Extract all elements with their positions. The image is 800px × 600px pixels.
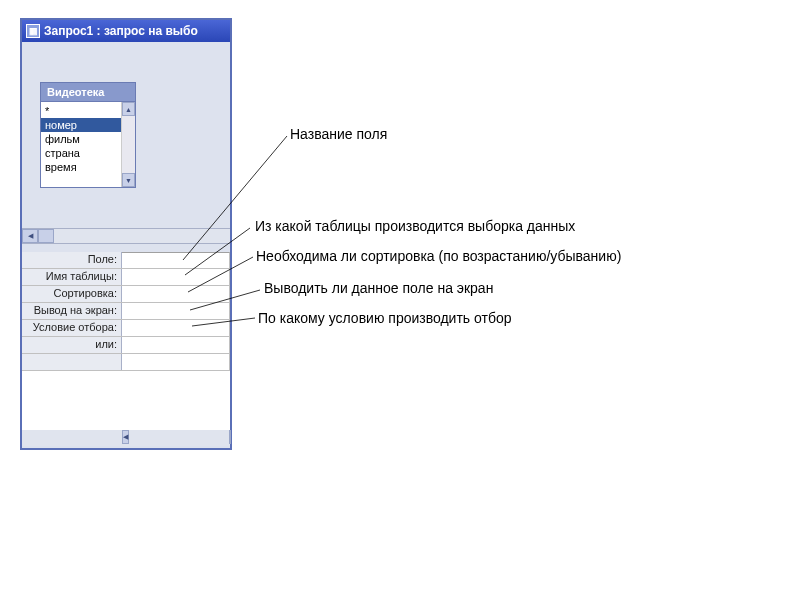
row-label: Вывод на экран: (22, 303, 122, 319)
table-header[interactable]: Видеотека (40, 82, 136, 102)
titlebar[interactable]: ▦ Запрос1 : запрос на выбо (22, 20, 230, 42)
scroll-left-icon[interactable]: ◀ (22, 229, 38, 243)
row-label: Имя таблицы: (22, 269, 122, 285)
grid-row-field: Поле: (22, 252, 230, 269)
scroll-thumb[interactable] (229, 430, 231, 444)
row-label: Поле: (22, 252, 122, 268)
grid-cell[interactable] (122, 320, 230, 336)
grid-cell[interactable] (122, 354, 230, 370)
query-grid: Поле: Имя таблицы: Сортировка: Вывод на … (22, 252, 230, 430)
table-box[interactable]: Видеотека * номер фильм страна время ▲ ▼ (40, 82, 136, 188)
grid-cell[interactable] (122, 286, 230, 302)
row-label (22, 354, 122, 370)
scroll-thumb[interactable] (38, 229, 54, 243)
row-label: Условие отбора: (22, 320, 122, 336)
pane-splitter-scrollbar[interactable]: ◀ (22, 228, 230, 244)
grid-cell[interactable] (122, 337, 230, 353)
annotation-criteria: По какому условию производить отбор (258, 310, 512, 326)
grid-row-blank (22, 354, 230, 371)
row-label: или: (22, 337, 122, 353)
grid-row-table: Имя таблицы: (22, 269, 230, 286)
app-icon: ▦ (26, 24, 40, 38)
scroll-down-icon[interactable]: ▼ (122, 173, 135, 187)
grid-row-criteria: Условие отбора: (22, 320, 230, 337)
scroll-up-icon[interactable]: ▲ (122, 102, 135, 116)
grid-cell[interactable] (122, 252, 230, 268)
query-designer-window: ▦ Запрос1 : запрос на выбо Видеотека * н… (20, 18, 232, 450)
grid-row-show: Вывод на экран: (22, 303, 230, 320)
annotation-field-name: Название поля (290, 126, 387, 142)
row-label: Сортировка: (22, 286, 122, 302)
grid-cell[interactable] (122, 303, 230, 319)
bottom-scrollbar[interactable]: ◀ (22, 430, 230, 446)
field-list[interactable]: * номер фильм страна время ▲ ▼ (40, 102, 136, 188)
client-area: Видеотека * номер фильм страна время ▲ ▼… (22, 42, 230, 448)
grid-row-sort: Сортировка: (22, 286, 230, 303)
annotation-show: Выводить ли данное поле на экран (264, 280, 493, 296)
grid-row-or: или: (22, 337, 230, 354)
annotation-sorting: Необходима ли сортировка (по возрастанию… (256, 248, 621, 264)
grid-cell[interactable] (122, 269, 230, 285)
scroll-left-icon[interactable]: ◀ (122, 430, 129, 444)
window-title: Запрос1 : запрос на выбо (44, 24, 198, 38)
list-scrollbar[interactable]: ▲ ▼ (121, 102, 135, 187)
annotation-table-name: Из какой таблицы производится выборка да… (255, 218, 575, 234)
